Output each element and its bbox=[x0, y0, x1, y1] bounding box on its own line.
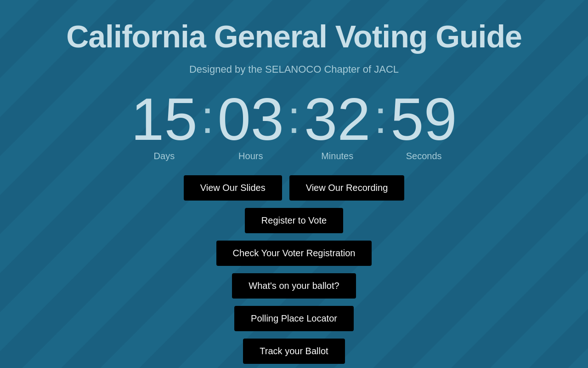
whats-on-ballot-button[interactable]: What's on your ballot? bbox=[232, 273, 356, 299]
view-slides-button[interactable]: View Our Slides bbox=[184, 175, 282, 201]
track-ballot-row: Track your Ballot bbox=[243, 339, 345, 364]
check-registration-row: Check Your Voter Registration bbox=[216, 241, 372, 266]
separator-1: : bbox=[201, 94, 214, 140]
seconds-unit: 59 Seconds bbox=[390, 89, 457, 161]
view-recording-button[interactable]: View Our Recording bbox=[289, 175, 405, 201]
days-unit: 15 Days bbox=[131, 89, 198, 161]
track-ballot-button[interactable]: Track your Ballot bbox=[243, 339, 345, 364]
seconds-value: 59 bbox=[390, 89, 457, 149]
separator-3: : bbox=[374, 94, 387, 140]
minutes-value: 32 bbox=[304, 89, 371, 149]
days-label: Days bbox=[154, 151, 175, 161]
separator-2: : bbox=[288, 94, 300, 140]
check-voter-registration-button[interactable]: Check Your Voter Registration bbox=[216, 241, 372, 266]
buttons-section: View Our Slides View Our Recording Regis… bbox=[184, 175, 405, 364]
page-subtitle: Designed by the SELANOCO Chapter of JACL bbox=[189, 63, 399, 75]
days-value: 15 bbox=[131, 89, 198, 149]
hours-label: Hours bbox=[238, 151, 263, 161]
page-title: California General Voting Guide bbox=[66, 18, 522, 54]
minutes-label: Minutes bbox=[321, 151, 353, 161]
countdown-timer: 15 Days : 03 Hours : 32 Minutes : 59 Sec… bbox=[131, 89, 457, 161]
top-buttons-row: View Our Slides View Our Recording bbox=[184, 175, 405, 201]
hours-value: 03 bbox=[217, 89, 284, 149]
register-row: Register to Vote bbox=[245, 208, 343, 233]
polling-place-locator-button[interactable]: Polling Place Locator bbox=[234, 306, 354, 331]
polling-row: Polling Place Locator bbox=[234, 306, 354, 331]
minutes-unit: 32 Minutes bbox=[304, 89, 371, 161]
seconds-label: Seconds bbox=[406, 151, 442, 161]
register-to-vote-button[interactable]: Register to Vote bbox=[245, 208, 343, 233]
hours-unit: 03 Hours bbox=[217, 89, 284, 161]
ballot-row: What's on your ballot? bbox=[232, 273, 356, 299]
